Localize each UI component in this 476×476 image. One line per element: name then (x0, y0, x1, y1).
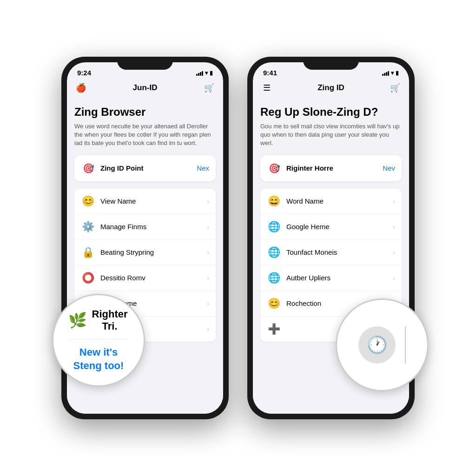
list-item-2-left[interactable]: 🔒 Beating Strypring › (74, 240, 216, 265)
list-item-icon-4-right: 😊 (267, 297, 281, 311)
magnify-circle-right: 🕐 (336, 298, 429, 391)
list-item-1-left[interactable]: ⚙️ Manage Finms › (74, 214, 216, 240)
nav-bar-left: 🍎 Jun-ID 🛒 (67, 79, 223, 98)
list-item-icon-2-left: 🔒 (81, 245, 95, 259)
list-item-0-right[interactable]: 😄 Word Name › (260, 189, 402, 214)
magnify-title-left: Righter Tri. (91, 308, 129, 332)
chevron-2-right: › (393, 249, 395, 256)
list-item-label-0-right: Word Name (286, 197, 387, 205)
battery-icon-left: ▮ (210, 70, 213, 76)
signal-icon-right (382, 70, 389, 76)
chevron-2-left: › (207, 249, 209, 256)
featured-action-right[interactable]: Nev (383, 164, 395, 172)
page-desc-left: We use word neculte be your altenaed all… (74, 122, 216, 148)
magnify-subtitle-left: New it'sSteng too! (73, 346, 124, 372)
list-item-label-1-left: Manage Finms (100, 223, 201, 231)
chevron-3-right: › (393, 274, 395, 282)
page-desc-right: Gou me to sell mail clso view incomties … (260, 122, 402, 148)
list-item-label-0-left: View Name (100, 197, 201, 205)
status-icons-left: ▾ ▮ (196, 70, 213, 76)
clock-icon: 🕐 (367, 335, 388, 355)
chevron-5-left: › (207, 325, 209, 333)
main-container: 9:24 ▾ ▮ 🍎 Jun-ID 🛒 Zing Browser We use … (0, 0, 476, 476)
page-title-right: Reg Up Slone-Zing D? (260, 106, 402, 119)
featured-label-right: Riginter Horre (286, 164, 333, 172)
magnify-icon-left: 🌿 (68, 311, 87, 329)
chevron-1-left: › (207, 223, 209, 231)
list-item-icon-0-left: 😊 (81, 194, 95, 208)
magnify-row-left: 🌿 Righter Tri. (61, 308, 136, 332)
notch-right (303, 57, 359, 70)
nav-title-left: Jun-ID (133, 83, 158, 93)
list-item-icon-0-right: 😄 (267, 194, 281, 208)
chevron-0-right: › (393, 198, 395, 205)
featured-card-left-side: 🎯 Zing ID Point (81, 161, 143, 176)
magnify-divider-right (405, 326, 406, 364)
status-icons-right: ▾ ▮ (382, 70, 399, 76)
list-item-label-2-right: Tounfact Moneis (286, 248, 387, 256)
notch-left (117, 57, 173, 70)
featured-card-right-side: 🎯 Riginter Horre (267, 161, 333, 176)
status-time-left: 9:24 (77, 69, 91, 77)
list-item-icon-1-left: ⚙️ (81, 220, 95, 234)
list-item-3-right[interactable]: 🌐 Autber Upliers › (260, 265, 402, 291)
list-item-icon-1-right: 🌐 (267, 220, 281, 234)
list-item-icon-3-left: ⭕ (81, 271, 95, 285)
list-item-label-3-left: Dessitio Romv (100, 274, 201, 282)
list-item-1-right[interactable]: 🌐 Google Heme › (260, 214, 402, 240)
list-item-icon-3-right: 🌐 (267, 271, 281, 285)
basket-icon-right[interactable]: 🛒 (389, 81, 402, 94)
wifi-icon-left: ▾ (205, 70, 208, 76)
battery-icon-right: ▮ (396, 70, 399, 76)
list-item-icon-2-right: 🌐 (267, 245, 281, 259)
magnify-circle-left: 🌿 Righter Tri. New it'sSteng too! (52, 294, 145, 387)
basket-icon-left[interactable]: 🛒 (203, 81, 216, 94)
page-title-left: Zing Browser (74, 106, 216, 119)
chevron-3-left: › (207, 274, 209, 282)
magnify-content-right: 🕐 (337, 300, 427, 390)
list-item-0-left[interactable]: 😊 View Name › (74, 189, 216, 214)
list-item-2-right[interactable]: 🌐 Tounfact Moneis › (260, 240, 402, 265)
left-phone: 9:24 ▾ ▮ 🍎 Jun-ID 🛒 Zing Browser We use … (61, 57, 229, 419)
list-item-icon-5-right: ➕ (267, 322, 281, 336)
list-item-3-left[interactable]: ⭕ Dessitio Romv › (74, 265, 216, 291)
apple-icon-left[interactable]: 🍎 (74, 81, 87, 94)
magnify-content-left: 🌿 Righter Tri. New it'sSteng too! (53, 301, 144, 380)
featured-card-right[interactable]: 🎯 Riginter Horre Nev (260, 155, 402, 181)
status-time-right: 9:41 (263, 69, 277, 77)
nav-bar-right: ☰ Zing ID 🛒 (253, 79, 409, 98)
featured-action-left[interactable]: Nex (197, 164, 209, 172)
signal-icon-left (196, 70, 203, 76)
featured-icon-right: 🎯 (267, 161, 282, 176)
list-item-label-1-right: Google Heme (286, 223, 387, 231)
chevron-0-left: › (207, 198, 209, 205)
magnify-clock-left: 🕐 (358, 326, 396, 364)
list-item-label-3-right: Autber Upliers (286, 274, 387, 282)
nav-title-right: Zing ID (317, 83, 344, 93)
chevron-4-left: › (207, 300, 209, 307)
right-phone: 9:41 ▾ ▮ ☰ Zing ID 🛒 Reg Up Slone-Zing D… (247, 57, 415, 419)
featured-label-left: Zing ID Point (100, 164, 143, 172)
list-item-label-2-left: Beating Strypring (100, 248, 201, 256)
wifi-icon-right: ▾ (391, 70, 394, 76)
featured-card-left[interactable]: 🎯 Zing ID Point Nex (74, 155, 216, 181)
chevron-1-right: › (393, 223, 395, 231)
menu-icon-right[interactable]: ☰ (260, 81, 273, 94)
featured-icon-left: 🎯 (81, 161, 96, 176)
